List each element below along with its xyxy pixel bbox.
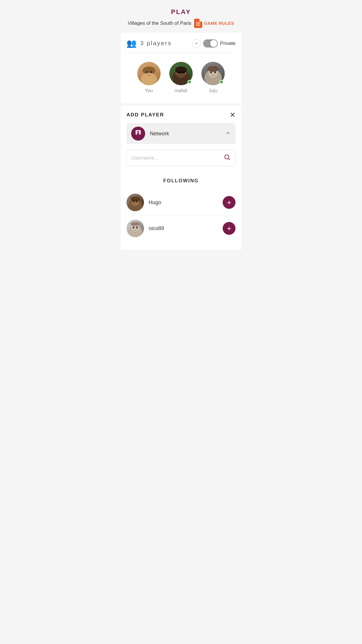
you-svg xyxy=(137,62,161,85)
network-icon xyxy=(135,129,142,138)
following-section: FOLLOWING Hugo + xyxy=(121,172,241,250)
following-item-nico89: nico89 + xyxy=(126,216,236,241)
players-icon: 👥 xyxy=(126,38,137,48)
avatar-you xyxy=(137,62,161,85)
svg-point-31 xyxy=(133,227,134,228)
doc-lines xyxy=(196,22,200,26)
svg-rect-10 xyxy=(176,71,186,74)
game-rules-button[interactable]: GAME RULES xyxy=(194,19,234,28)
face-you xyxy=(137,62,161,85)
add-nico89-button[interactable]: + xyxy=(223,222,236,235)
svg-point-15 xyxy=(207,66,219,72)
player-you-name: You xyxy=(145,88,153,93)
svg-point-32 xyxy=(136,227,138,228)
player-mahdi: mahdi xyxy=(169,62,193,93)
header-subtitle-row: Villages of the South of Paris GAME RULE… xyxy=(126,19,236,28)
svg-point-16 xyxy=(210,71,212,73)
players-header: 👥 3 players × Private xyxy=(126,38,236,48)
following-name-hugo: Hugo xyxy=(149,200,218,206)
following-list: Hugo + nico89 + xyxy=(126,190,236,241)
avatar-wrapper-you xyxy=(137,62,161,85)
player-you: You xyxy=(137,62,161,93)
avatar-wrapper-juju xyxy=(201,62,225,85)
svg-point-4 xyxy=(150,71,152,73)
doc-line xyxy=(196,25,200,26)
username-search-input[interactable] xyxy=(131,155,224,161)
svg-point-33 xyxy=(131,222,140,226)
network-label: Network xyxy=(150,131,220,137)
svg-point-20 xyxy=(137,131,139,133)
close-add-player-button[interactable]: ✕ xyxy=(230,111,236,118)
following-name-nico89: nico89 xyxy=(149,225,218,232)
toggle-x-button[interactable]: × xyxy=(192,39,201,48)
game-rules-label: GAME RULES xyxy=(204,21,234,26)
page-title: PLAY xyxy=(126,8,236,16)
online-dot-juju xyxy=(219,80,224,84)
players-left: 👥 3 players xyxy=(126,38,172,48)
nico-svg xyxy=(126,220,144,237)
private-label: Private xyxy=(220,41,236,46)
player-mahdi-name: mahdi xyxy=(175,88,187,93)
private-toggle-row: × Private xyxy=(192,39,236,48)
toggle-thumb xyxy=(210,40,217,47)
following-item-hugo: Hugo + xyxy=(126,190,236,216)
game-title: Villages of the South of Paris xyxy=(128,20,191,26)
following-title: FOLLOWING xyxy=(126,178,236,184)
add-hugo-button[interactable]: + xyxy=(223,196,236,209)
add-player-section: ADD PLAYER ✕ Network xyxy=(121,106,241,144)
doc-icon xyxy=(194,19,202,28)
add-player-title: ADD PLAYER xyxy=(126,112,164,118)
private-toggle[interactable] xyxy=(203,39,218,48)
svg-point-2 xyxy=(141,73,157,85)
players-count: 3 players xyxy=(140,40,172,47)
online-dot-mahdi xyxy=(187,80,191,84)
players-section: 👥 3 players × Private xyxy=(121,33,241,103)
player-juju: Juju xyxy=(201,62,225,93)
toggle-x-icon: × xyxy=(195,41,198,46)
search-section xyxy=(121,144,241,172)
svg-rect-11 xyxy=(175,73,177,74)
search-box xyxy=(126,150,236,166)
svg-rect-28 xyxy=(131,200,140,202)
add-player-header: ADD PLAYER ✕ xyxy=(126,111,236,118)
svg-point-3 xyxy=(146,71,148,73)
network-icon-circle xyxy=(131,127,145,141)
avatar-nico89 xyxy=(126,220,144,237)
hugo-svg xyxy=(126,194,144,211)
header: PLAY Villages of the South of Paris GAME… xyxy=(121,0,241,33)
doc-line xyxy=(196,22,200,23)
avatar-wrapper-mahdi xyxy=(169,62,193,85)
chevron-up-icon[interactable] xyxy=(225,130,231,137)
network-row[interactable]: Network xyxy=(126,123,236,144)
search-icon[interactable] xyxy=(224,154,231,162)
svg-point-17 xyxy=(214,71,216,73)
avatars-row: You xyxy=(126,59,236,100)
avatar-hugo xyxy=(126,194,144,211)
doc-line xyxy=(196,24,200,24)
player-juju-name: Juju xyxy=(209,88,217,93)
svg-point-21 xyxy=(137,133,140,135)
divider xyxy=(126,53,236,53)
svg-rect-12 xyxy=(185,73,187,74)
